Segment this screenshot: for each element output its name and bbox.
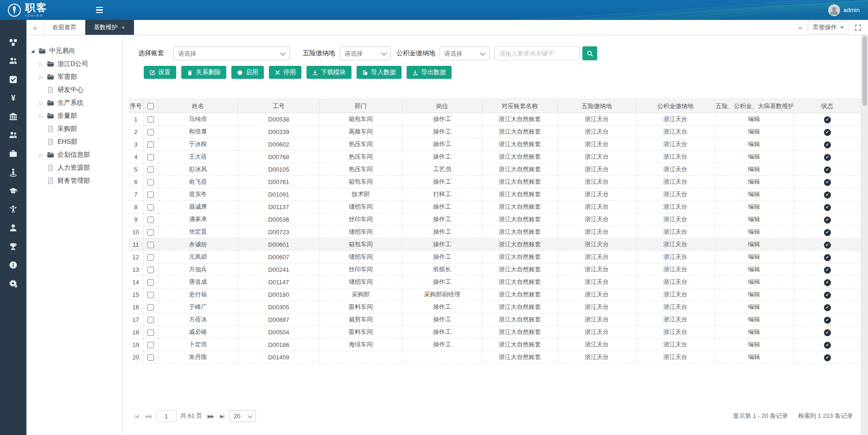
scrollbar-thumb[interactable] [862,36,867,106]
status-check-icon[interactable]: ✔ [824,267,831,274]
tree-item[interactable]: 研发中心 [26,83,122,96]
team-icon[interactable] [0,51,26,70]
status-check-icon[interactable]: ✔ [824,141,831,148]
tab-welcome-home[interactable]: 欢迎首页 [44,20,85,35]
power-button[interactable]: 启用 [231,66,264,79]
status-check-icon[interactable]: ✔ [824,192,831,198]
page-next-icon[interactable]: ▶▶ [206,414,215,419]
page-number-input[interactable] [156,410,177,422]
cogs-icon[interactable] [0,274,26,293]
edit-link[interactable]: 编辑 [748,216,760,223]
page-first-icon[interactable]: |◀ [133,414,140,419]
status-check-icon[interactable]: ✔ [824,254,831,261]
edit-link[interactable]: 编辑 [748,291,760,298]
page-prev-icon[interactable]: ◀◀ [143,414,152,419]
edit-link[interactable]: 编辑 [748,166,760,173]
social-area-select[interactable]: 请选择 [340,46,391,60]
tree-item[interactable]: 财务管理部 [26,174,122,187]
tab-base-maintenance[interactable]: 基数维护× [85,20,134,35]
row-checkbox[interactable] [147,141,154,148]
row-checkbox[interactable] [147,317,154,323]
export-button[interactable]: 导出数据 [407,66,452,79]
row-checkbox[interactable] [147,217,154,223]
row-checkbox[interactable] [147,154,154,160]
check-square-icon[interactable] [0,70,26,89]
account-select[interactable]: 请选择 [173,46,290,60]
status-check-icon[interactable]: ✔ [824,304,831,311]
menu-toggle-icon[interactable] [96,7,103,13]
row-checkbox[interactable] [147,254,154,261]
street-view-icon[interactable] [0,163,26,181]
edit-link[interactable]: 编辑 [748,266,760,273]
status-check-icon[interactable]: ✔ [824,342,831,349]
suitcase-icon[interactable] [0,144,26,163]
row-checkbox[interactable] [147,342,154,348]
row-checkbox[interactable] [147,279,154,286]
status-check-icon[interactable]: ✔ [824,229,831,236]
user-menu[interactable]: admin [828,0,860,20]
edit-link[interactable]: 编辑 [748,341,760,348]
tree-item[interactable]: ▷生产系统 [26,96,122,109]
status-check-icon[interactable]: ✔ [824,292,831,299]
trophy-icon[interactable] [0,237,26,256]
tab-close-icon[interactable]: × [121,25,125,31]
user-icon[interactable] [0,218,26,237]
row-checkbox[interactable] [147,242,154,248]
edit-link[interactable]: 编辑 [748,316,760,323]
status-check-icon[interactable]: ✔ [824,317,831,324]
edit-link[interactable]: 编辑 [748,128,760,135]
edit-link[interactable]: 编辑 [748,241,760,248]
yen-icon[interactable]: ¥ [0,89,26,107]
paste-button[interactable]: 导入数据 [357,66,402,79]
fund-area-select[interactable]: 请选择 [440,46,490,60]
row-checkbox[interactable] [147,304,154,311]
fullscreen-icon[interactable] [855,24,862,31]
tree-item[interactable]: 采购部 [26,122,122,135]
tree-item[interactable]: ▷企划信息部 [26,148,122,161]
download-button[interactable]: 下载模块 [306,66,351,79]
edit-link[interactable]: 编辑 [748,278,760,285]
edit-button[interactable]: 设置 [144,66,176,79]
status-check-icon[interactable]: ✔ [824,129,831,136]
status-check-icon[interactable]: ✔ [824,354,831,361]
tree-item[interactable]: EHS部 [26,135,122,148]
edit-link[interactable]: 编辑 [748,153,760,160]
info-icon[interactable] [0,256,26,274]
page-last-icon[interactable]: ▶| [219,414,225,419]
status-check-icon[interactable]: ✔ [824,204,831,211]
row-checkbox[interactable] [147,229,154,236]
status-check-icon[interactable]: ✔ [824,279,831,286]
cubes-icon[interactable] [0,33,26,51]
status-check-icon[interactable]: ✔ [824,154,831,161]
edit-link[interactable]: 编辑 [748,303,760,310]
status-check-icon[interactable]: ✔ [824,329,831,336]
page-scrollbar[interactable] [861,35,868,435]
edit-link[interactable]: 编辑 [748,178,760,185]
page-ops-button[interactable]: 页签操作 [808,21,849,34]
row-checkbox[interactable] [147,192,154,198]
row-checkbox[interactable] [147,354,154,361]
status-check-icon[interactable]: ✔ [824,242,831,249]
caret-expanded-icon[interactable]: ◢ [31,49,38,53]
times-button[interactable]: 停用 [269,66,301,79]
page-size-select[interactable]: 20 [229,410,256,422]
edit-link[interactable]: 编辑 [748,203,760,210]
tabs-scroll-left-icon[interactable]: « [26,20,44,35]
row-checkbox[interactable] [147,166,154,173]
search-input[interactable] [494,46,580,60]
row-checkbox[interactable] [147,204,154,211]
graduation-cap-icon[interactable] [0,181,26,200]
row-checkbox[interactable] [147,179,154,186]
status-check-icon[interactable]: ✔ [824,116,831,123]
search-button[interactable] [582,46,597,60]
edit-link[interactable]: 编辑 [748,141,760,147]
edit-link[interactable]: 编辑 [748,191,760,198]
group-icon[interactable] [0,126,26,144]
child-icon[interactable] [0,200,26,218]
status-check-icon[interactable]: ✔ [824,217,831,224]
row-checkbox[interactable] [147,129,154,135]
edit-link[interactable]: 编辑 [748,115,760,122]
edit-link[interactable]: 编辑 [748,353,760,360]
row-checkbox[interactable] [147,292,154,298]
tree-item[interactable]: ▷浙江D公司 [26,58,122,70]
